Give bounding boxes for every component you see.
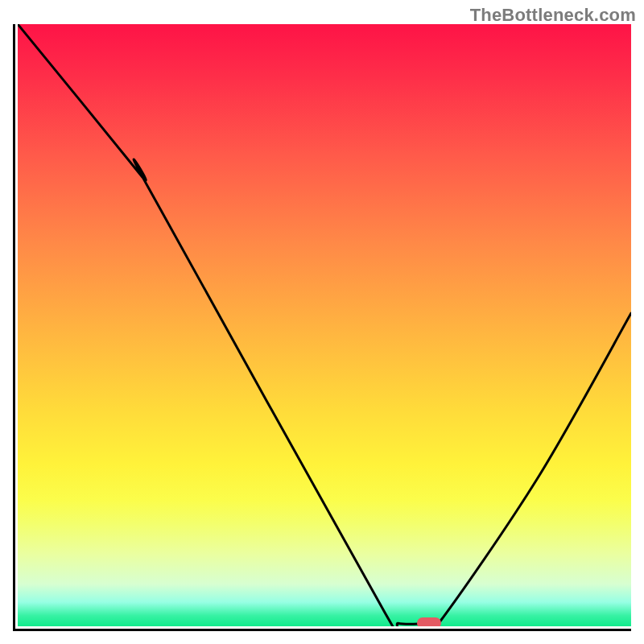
curve-layer [18, 24, 631, 626]
optimum-marker [417, 617, 441, 626]
chart-canvas: TheBottleneck.com [0, 0, 644, 644]
plot-area [18, 24, 631, 626]
plot-axes [13, 24, 631, 631]
curve-path [18, 24, 631, 626]
watermark-text: TheBottleneck.com [470, 5, 636, 26]
